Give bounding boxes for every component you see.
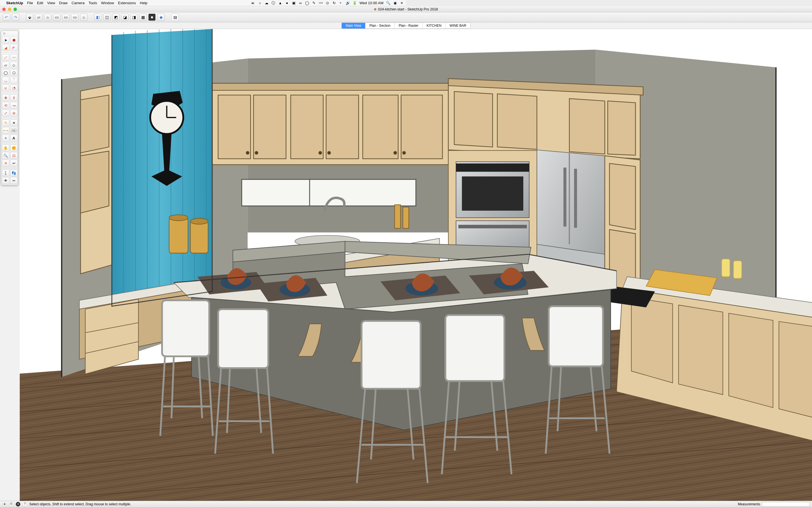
eraser-tool[interactable]: ◢ <box>2 44 9 51</box>
redo-button[interactable]: ↷ <box>12 13 19 21</box>
menu-tools[interactable]: Tools <box>89 1 97 5</box>
scene-tab-plan-raster[interactable]: Plan - Raster <box>395 23 406 29</box>
previous-view-tool[interactable]: ↩ <box>10 160 17 166</box>
view-left-button[interactable]: ▭ <box>71 13 79 21</box>
menu-camera[interactable]: Camera <box>71 1 85 5</box>
siri-icon[interactable]: ◉ <box>393 1 397 5</box>
display-icon[interactable]: ▣ <box>292 1 296 5</box>
protractor-tool[interactable]: ✕ <box>10 119 17 126</box>
svg-point-37 <box>403 151 405 154</box>
menu-extensions[interactable]: Extensions <box>118 1 136 5</box>
menu-edit[interactable]: Edit <box>37 1 43 5</box>
followme-tool[interactable]: ↝ <box>10 102 17 109</box>
pie-tool[interactable]: ◔ <box>10 84 17 91</box>
style-shaded-button[interactable]: ◧ <box>94 13 101 21</box>
cloud-icon[interactable]: ☁ <box>265 1 269 5</box>
style-hidden-button[interactable]: ◩ <box>112 13 119 21</box>
svg-point-68 <box>190 218 208 224</box>
wifi-icon[interactable]: ᯤ <box>339 1 343 5</box>
arc-tool[interactable]: ◡ <box>2 77 9 83</box>
pan-tool[interactable]: ✊ <box>10 145 17 151</box>
svg-point-36 <box>394 151 396 154</box>
section-tool[interactable]: ✂ <box>10 177 17 184</box>
freehand-tool[interactable]: 〰 <box>10 54 17 61</box>
menu-file[interactable]: File <box>27 1 33 5</box>
pushpull-tool[interactable]: ⇕ <box>10 94 17 101</box>
style-color-button[interactable]: ◆ <box>157 13 165 21</box>
layers-button[interactable]: ▤ <box>171 13 179 21</box>
svg-rect-27 <box>253 95 286 159</box>
view-top-button[interactable]: ▱ <box>35 13 42 21</box>
minimize-button[interactable] <box>8 8 11 11</box>
notifications-icon[interactable]: ≡ <box>400 1 404 5</box>
tool-palette[interactable]: ➤ ⬢ ◢ ◤ ／ 〰 ▱ ◇ ◯ ⬡ ◡ ⌒ ∪ ◔ ✥ ⇕ ⟲ ↝ ⤢ ⊚ … <box>1 31 18 185</box>
battery-icon[interactable]: 🔋 <box>353 1 357 5</box>
paint-tool[interactable]: ⬢ <box>10 37 17 43</box>
scene-tab-main-view[interactable]: Main View <box>342 23 365 29</box>
position-camera-tool[interactable]: 🚶 <box>2 170 9 176</box>
menu-view[interactable]: View <box>47 1 55 5</box>
rotate-tool[interactable]: ⟲ <box>2 102 9 109</box>
style-mono-button[interactable]: ◨ <box>130 13 138 21</box>
scale-tool[interactable]: ⤢ <box>2 110 9 116</box>
offset-tool[interactable]: ⊚ <box>10 110 17 116</box>
arc3-tool[interactable]: ∪ <box>2 84 9 91</box>
square-icon[interactable]: ◯ <box>305 1 309 5</box>
view-front-button[interactable]: ⌂ <box>44 13 51 21</box>
line-tool[interactable]: ／ <box>2 54 9 61</box>
rectangle-tool[interactable]: ▱ <box>2 62 9 68</box>
scene-tabs: Main View Plan - Section Plan - Raster K… <box>0 22 406 29</box>
scene-tab-plan-section[interactable]: Plan - Section <box>365 23 395 29</box>
move-tool[interactable]: ✥ <box>2 94 9 101</box>
video-icon[interactable]: ⏯ <box>251 1 255 5</box>
walk-tool[interactable]: 👣 <box>10 170 17 176</box>
window-title-text: 024-kitchen-start - SketchUp Pro 2018 <box>378 7 406 11</box>
zoom-window-tool[interactable]: ⊡ <box>10 152 17 159</box>
eraser-soft-tool[interactable]: ◤ <box>10 44 17 51</box>
dimension-tool[interactable]: ⟷ <box>2 127 9 134</box>
axes-tool[interactable]: ✶ <box>2 135 9 142</box>
view-right-button[interactable]: ▭ <box>53 13 60 21</box>
view-house-button[interactable]: ⌂ <box>80 13 87 21</box>
style-shaded-tex-button[interactable]: ◪ <box>121 13 129 21</box>
app-menu[interactable]: SketchUp <box>6 1 23 5</box>
menu-help[interactable]: Help <box>140 1 147 5</box>
circle-tool[interactable]: ◯ <box>2 69 9 76</box>
view-iso-button[interactable]: ⬙ <box>26 13 33 21</box>
view-back-button[interactable]: ▭ <box>62 13 69 21</box>
close-button[interactable] <box>2 8 6 11</box>
undo-button[interactable]: ↶ <box>3 13 10 21</box>
text-tool[interactable]: A1 <box>10 127 17 134</box>
select-tool[interactable]: ➤ <box>2 37 9 43</box>
zoom-button[interactable] <box>13 8 17 11</box>
model-viewport[interactable] <box>20 29 406 253</box>
menubar-clock[interactable]: Wed 10:00 AM <box>359 1 384 5</box>
history-icon[interactable]: ↻ <box>333 1 336 5</box>
polygon-tool[interactable]: ⬡ <box>10 69 17 76</box>
menu-draw[interactable]: Draw <box>59 1 67 5</box>
rectangle-rot-tool[interactable]: ◇ <box>10 62 17 68</box>
app-window: 024-kitchen-start - SketchUp Pro 2018 ↶ … <box>0 6 406 253</box>
zoom-extents-tool[interactable]: ⤧ <box>2 160 9 166</box>
orbit-tool[interactable]: ✋ <box>2 145 9 151</box>
hat-icon[interactable]: ● <box>285 1 289 5</box>
style-xray-button[interactable]: ▦ <box>139 13 147 21</box>
volume-icon[interactable]: 🔊 <box>346 1 350 5</box>
palette-header[interactable] <box>2 32 17 35</box>
3dtext-tool[interactable]: A <box>10 135 17 142</box>
infinity-icon[interactable]: ∞ <box>299 1 303 5</box>
zoom-tool[interactable]: 🔍 <box>2 152 9 159</box>
spotlight-icon[interactable]: 🔍 <box>386 1 390 5</box>
record-icon[interactable]: ⊙ <box>326 1 329 5</box>
menu-window[interactable]: Window <box>101 1 114 5</box>
arc2-tool[interactable]: ⌒ <box>10 77 17 83</box>
flame-icon[interactable]: ▲ <box>278 1 282 5</box>
style-wireframe-button[interactable]: ◫ <box>103 13 110 21</box>
tape-tool[interactable]: ✎ <box>2 119 9 126</box>
evernote-icon[interactable]: ✎ <box>312 1 316 5</box>
circle-i-icon[interactable]: ⓘ <box>271 1 275 5</box>
look-around-tool[interactable]: 👁 <box>2 177 9 184</box>
style-backedges-button[interactable]: ■ <box>148 13 156 21</box>
dropbox-icon[interactable]: ⟐ <box>258 1 262 5</box>
glasses-icon[interactable]: 👓 <box>319 1 323 5</box>
